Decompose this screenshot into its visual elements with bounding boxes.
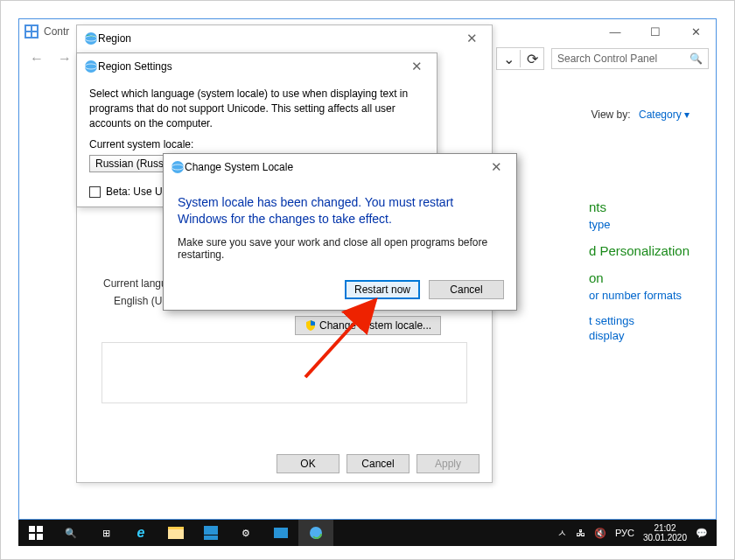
svg-rect-20: [274, 528, 288, 538]
svg-rect-1: [26, 26, 31, 31]
region-cancel-button[interactable]: Cancel: [346, 454, 410, 473]
back-button[interactable]: ←: [26, 51, 47, 66]
svg-rect-2: [32, 26, 37, 31]
tray-lang[interactable]: РУС: [615, 528, 634, 538]
forward-button[interactable]: →: [54, 51, 75, 66]
svg-rect-4: [32, 32, 37, 37]
checkbox-box: [89, 186, 101, 198]
tray-notifications[interactable]: 💬: [696, 528, 708, 539]
change-system-locale-button[interactable]: Change system locale...: [295, 316, 441, 335]
svg-point-5: [85, 32, 97, 45]
search-input[interactable]: Search Control Panel 🔍: [551, 48, 709, 69]
region-apply-button: Apply: [416, 454, 480, 473]
tray-network-icon[interactable]: 🖧: [576, 528, 585, 538]
locale-label: Current system locale:: [89, 137, 424, 152]
search-placeholder: Search Control Panel: [557, 52, 657, 65]
category-links: nts type d Personalization on or number …: [589, 187, 690, 344]
svg-rect-12: [29, 526, 35, 532]
tray-clock[interactable]: 21:02 30.01.2020: [643, 523, 687, 542]
confirm-titlebar: Change System Locale ✕: [164, 154, 516, 180]
confirm-message: System locale has been changed. You must…: [178, 194, 502, 228]
svg-rect-18: [204, 526, 218, 535]
svg-rect-17: [168, 529, 184, 539]
cp-title: Contr: [44, 25, 69, 38]
globe-icon: [171, 160, 185, 174]
svg-rect-14: [29, 534, 35, 540]
server-manager-icon[interactable]: [193, 520, 228, 546]
search-icon: 🔍: [690, 52, 703, 65]
settings-titlebar: Region Settings ✕: [77, 53, 437, 80]
globe-icon: [84, 32, 98, 46]
change-locale-confirm-dialog: Change System Locale ✕ System locale has…: [163, 153, 517, 311]
tray-expand[interactable]: ㅅ: [557, 527, 567, 540]
shield-icon: [304, 319, 317, 332]
confirm-close[interactable]: ✕: [483, 158, 509, 177]
view-by: View by: Category ▾: [591, 108, 690, 121]
settings-icon[interactable]: ⚙: [228, 520, 263, 546]
svg-point-9: [172, 161, 184, 173]
control-panel-icon: [24, 24, 38, 38]
region-groupbox: [102, 342, 467, 403]
region-ok-button[interactable]: OK: [276, 454, 340, 473]
minimize-button[interactable]: —: [595, 19, 635, 44]
view-by-dropdown[interactable]: Category ▾: [639, 108, 690, 121]
region-titlebar: Region ✕: [77, 25, 492, 52]
task-view[interactable]: ⊞: [88, 520, 123, 546]
app-icon-1[interactable]: [263, 520, 298, 546]
addr-dropdown[interactable]: ⌄: [497, 48, 520, 69]
intl-cpl-icon[interactable]: [298, 520, 333, 546]
maximize-button[interactable]: ☐: [635, 19, 676, 44]
svg-rect-13: [37, 526, 43, 532]
taskbar: 🔍 ⊞ e ⚙ ㅅ 🖧 🔇 РУС 21:02 30.01.2020 💬: [18, 520, 717, 546]
confirm-cancel-button[interactable]: Cancel: [429, 280, 504, 299]
explorer-icon[interactable]: [158, 520, 193, 546]
settings-description: Select which language (system locale) to…: [89, 87, 424, 130]
start-button[interactable]: [18, 520, 53, 546]
svg-point-7: [85, 60, 97, 73]
settings-close[interactable]: ✕: [403, 57, 430, 76]
region-close[interactable]: ✕: [458, 29, 485, 48]
close-button[interactable]: ✕: [676, 19, 716, 44]
svg-rect-3: [26, 32, 31, 37]
restart-now-button[interactable]: Restart now: [345, 280, 420, 299]
svg-rect-15: [37, 534, 43, 540]
confirm-subtext: Make sure you save your work and close a…: [178, 236, 502, 261]
ie-icon[interactable]: e: [123, 520, 158, 546]
refresh-button[interactable]: ⟳: [521, 48, 543, 69]
search-taskbar[interactable]: 🔍: [53, 520, 88, 546]
globe-icon: [84, 60, 98, 74]
tray-volume-icon[interactable]: 🔇: [594, 528, 606, 539]
svg-rect-19: [204, 536, 218, 540]
